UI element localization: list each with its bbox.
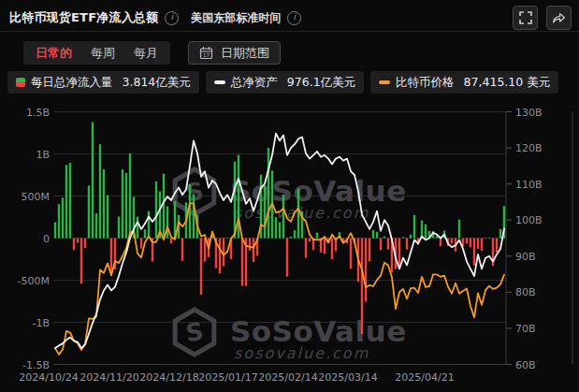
svg-text:2025/03/14: 2025/03/14 (318, 371, 377, 384)
svg-text:2025/01/17: 2025/01/17 (198, 371, 257, 384)
svg-text:80B: 80B (515, 286, 536, 298)
svg-text:-500M: -500M (18, 275, 50, 287)
svg-text:70B: 70B (515, 323, 536, 335)
svg-text:90B: 90B (515, 251, 536, 263)
svg-text:2025/04/21: 2025/04/21 (395, 371, 454, 384)
svg-text:2024/10/24: 2024/10/24 (19, 371, 78, 384)
svg-text:120B: 120B (515, 142, 543, 154)
svg-text:-1B: -1B (32, 317, 50, 329)
svg-text:2024/12/18: 2024/12/18 (139, 371, 198, 384)
x-axis-labels: 2024/10/242024/11/202024/12/182025/01/17… (19, 371, 454, 384)
svg-text:100B: 100B (515, 214, 543, 226)
svg-text:2024/11/20: 2024/11/20 (80, 371, 138, 384)
btc-etf-netflow-widget: 比特币现货ETF净流入总额 i 美国东部标准时间 i 日常的 每周 每月 (0, 0, 579, 392)
chart-plot-area[interactable] (53, 112, 506, 365)
svg-text:0: 0 (43, 233, 50, 245)
svg-text:130B: 130B (515, 107, 543, 119)
svg-text:-1.5B: -1.5B (22, 359, 50, 371)
left-axis-labels: 1.5B1B500M0-500M-1B-1.5B (18, 107, 50, 371)
svg-text:60B: 60B (515, 359, 536, 371)
svg-text:1B: 1B (36, 149, 50, 161)
svg-text:500M: 500M (22, 191, 51, 203)
svg-text:110B: 110B (515, 179, 543, 191)
svg-text:1.5B: 1.5B (26, 107, 50, 119)
svg-text:2025/02/14: 2025/02/14 (258, 371, 317, 384)
right-axis-labels: 130B120B110B100B90B80B70B60B (506, 107, 543, 371)
chart-canvas[interactable]: 1.5B1B500M0-500M-1B-1.5B130B120B110B100B… (0, 0, 579, 392)
